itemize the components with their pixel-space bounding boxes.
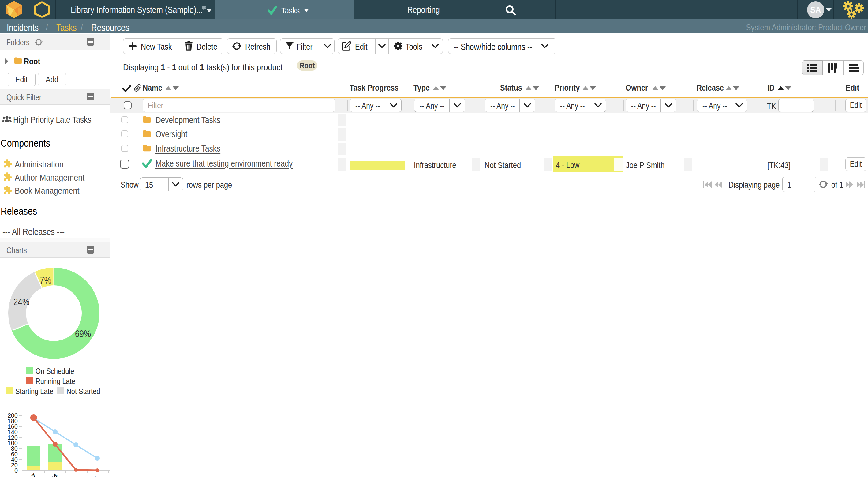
svg-text:4/17: 4/17 bbox=[23, 472, 38, 477]
svg-text:0: 0 bbox=[14, 467, 18, 474]
svg-text:5/8: 5/8 bbox=[88, 475, 100, 477]
svg-text:5/1: 5/1 bbox=[66, 475, 79, 477]
svg-text:4/24: 4/24 bbox=[45, 472, 59, 477]
